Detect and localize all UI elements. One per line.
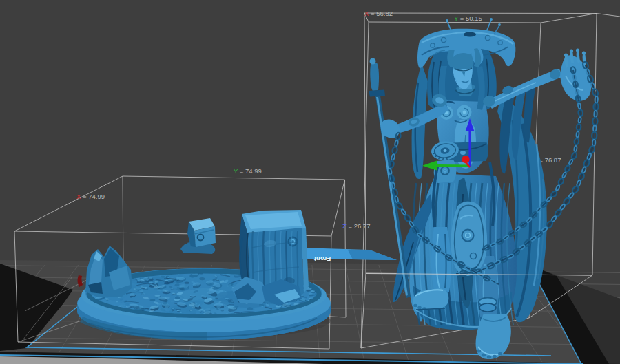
svg-text:Y = 74.99: Y = 74.99 bbox=[234, 167, 262, 175]
svg-text:X = 56.82: X = 56.82 bbox=[364, 10, 393, 17]
svg-text:X = 74.99: X = 74.99 bbox=[76, 193, 105, 200]
svg-text:Front: Front bbox=[313, 255, 331, 263]
svg-text:Z = 26.77: Z = 26.77 bbox=[342, 222, 370, 230]
svg-text:Y = 50.15: Y = 50.15 bbox=[454, 14, 482, 22]
